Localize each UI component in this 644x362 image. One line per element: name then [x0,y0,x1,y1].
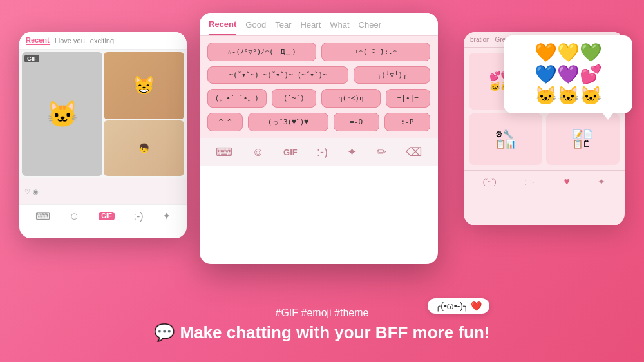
left-panel-toolbar: ⌨ ☺ GIF :-) ✦ [19,204,187,227]
kaomoji-row-3: (。•ˇ_ˇ•。) (ˇ~ˇ) η(ᵕ≺)η =|•|= [207,89,430,108]
kaomoji-cell-3-4[interactable]: =|•|= [386,89,430,108]
tab-what[interactable]: What [330,20,349,35]
gif-image[interactable]: GIF 🐱 [22,52,102,176]
center-panel: Recent Good Tear Heart What Cheer ☆-(ﾉ°▽… [200,13,438,264]
center-keyboard-icon[interactable]: ⌨ [216,145,232,159]
kaomoji-row-4: ^_^ (っ˘3(♥ˊˋ)♥ =-O :-P [207,113,430,131]
gif-badge: GIF [24,55,39,62]
emoji-icon[interactable]: ☺ [69,211,79,222]
kaomoji-cell-4-1[interactable]: ^_^ [207,113,243,131]
kaomoji-cell-4-2[interactable]: (っ˘3(♥ˊˋ)♥ [248,113,328,131]
kaomoji-grid: ☆-(ﾉ°▽°)ﾉ⌒(＿Д＿) +*( ̄- ̄):.* ~(˘▾˘~) ~(˘… [200,36,438,138]
chat-icon: 💬 [154,323,175,343]
left-tab-recent[interactable]: Recent [26,36,50,45]
center-tabs: Recent Good Tear Heart What Cheer [200,13,438,36]
kaomoji-cell-3-3[interactable]: η(ᵕ≺)η [321,89,381,108]
hashtag-line: #GIF #emoji #theme [0,307,644,319]
center-sticker-icon[interactable]: ✦ [347,145,357,159]
cat-image[interactable]: 😸 [104,52,184,119]
left-panel-images: GIF 🐱 😸 👦 [19,50,187,178]
center-kaomoji-icon[interactable]: :-) [317,146,328,159]
center-bottom-toolbar: ⌨ ☺ GIF :-) ✦ ✏ ⌫ [200,138,438,166]
right-kaomoji-icon[interactable]: (ˇ~ˇ) [483,178,497,186]
kaomoji-row-2: ~(˘▾˘~) ~(˘▾˘)~ (~˘▾˘)~ ╮(╯▽╰)╭ [207,66,430,84]
kaomoji-cell-2-1[interactable]: ~(˘▾˘~) ~(˘▾˘)~ (~˘▾˘)~ [207,66,348,84]
right-heart-icon[interactable]: ♥ [564,176,570,187]
right-arrow-icon[interactable]: :→ [524,176,536,187]
left-tab-iloveyou[interactable]: I love you [55,37,85,44]
tagline-text: Make chatting with your BFF more fun! [180,323,489,343]
kaomoji-cell-4-3[interactable]: =-O [334,113,379,131]
right-tab-bration[interactable]: bration [470,36,490,43]
center-emoji-icon[interactable]: ☺ [252,146,263,159]
tagline: 💬 Make chatting with your BFF more fun! [0,323,644,343]
emoticon-icon[interactable]: :-) [133,211,143,222]
sticker-icon[interactable]: ✦ [162,210,171,222]
kaomoji-cell-4-4[interactable]: :-P [384,113,430,131]
right-star-icon[interactable]: ✦ [598,176,605,187]
left-tab-exciting[interactable]: exciting [90,37,114,44]
bottom-section: #GIF #emoji #theme 💬 Make chatting with … [0,307,644,343]
center-pen-icon[interactable]: ✏ [377,145,386,159]
right-emoji-3[interactable]: ⚙🔧📋📊 [469,113,542,165]
center-backspace-icon[interactable]: ⌫ [406,145,422,159]
left-panel: Recent I love you exciting GIF 🐱 😸 👦 ♡ ◉… [19,32,187,238]
tab-heart[interactable]: Heart [300,20,321,35]
kaomoji-cell-2-2[interactable]: ╮(╯▽╰)╭ [354,66,430,84]
keyboard-icon[interactable]: ⌨ [35,210,50,222]
kaomoji-cell-1-2[interactable]: +*( ̄- ̄):.* [321,43,430,61]
small-image[interactable]: 👦 [104,120,184,176]
left-panel-tabs: Recent I love you exciting [19,32,187,50]
kaomoji-cell-1-1[interactable]: ☆-(ﾉ°▽°)ﾉ⌒(＿Д＿) [207,43,316,61]
kaomoji-cell-3-2[interactable]: (ˇ~ˇ) [272,89,316,108]
gif-toolbar-icon[interactable]: GIF [99,212,115,220]
tab-tear[interactable]: Tear [275,20,291,35]
right-emoji-4[interactable]: 📝📄📋🗒 [546,113,620,165]
heart-mosaic: 🧡💛💚💙💜💕🐱🐱🐱 [510,42,626,107]
center-gif-icon[interactable]: GIF [283,148,298,157]
kaomoji-row-1: ☆-(ﾉ°▽°)ﾉ⌒(＿Д＿) +*( ̄- ̄):.* [207,43,430,61]
tab-good[interactable]: Good [245,20,266,35]
right-panel-toolbar: (ˇ~ˇ) :→ ♥ ✦ [464,170,625,193]
tab-recent[interactable]: Recent [209,19,236,35]
speech-bubble-right: 🧡💛💚💙💜💕🐱🐱🐱 [504,35,632,113]
tab-cheer[interactable]: Cheer [359,20,381,35]
kaomoji-cell-3-1[interactable]: (。•ˇ_ˇ•。) [207,89,267,108]
